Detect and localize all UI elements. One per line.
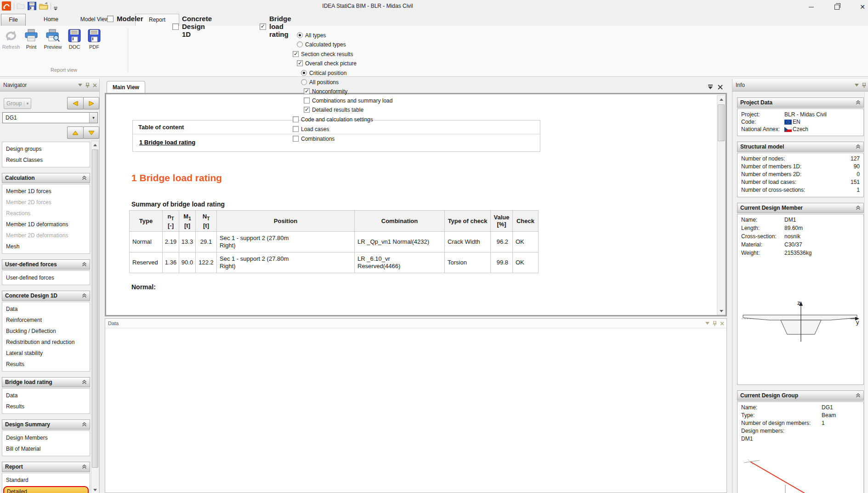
checkbox-nonconformity[interactable] [304, 88, 310, 94]
restore-button[interactable] [830, 3, 844, 11]
export-doc-button[interactable]: DOC [65, 28, 84, 61]
table-cell: 29.1 [196, 231, 217, 252]
nav-item-design-members[interactable]: Design Members [2, 432, 90, 443]
scroll-up-icon[interactable] [717, 96, 725, 103]
dock-menu-icon[interactable] [708, 84, 713, 90]
info-panel-scrollbar[interactable] [864, 92, 868, 493]
close-icon[interactable] [93, 83, 97, 87]
checkbox-combinations-and-summary-load[interactable] [304, 97, 310, 103]
panel-menu-icon[interactable] [78, 84, 82, 86]
section-header-current-design-group[interactable]: Current Design Group [737, 390, 864, 401]
collapse-chevron-icon [82, 176, 87, 180]
nav-item-data[interactable]: Data [2, 304, 90, 315]
save-icon[interactable] [28, 2, 36, 12]
nav-item-lateral-stability[interactable]: Lateral stability [2, 348, 90, 359]
checkbox[interactable] [107, 16, 113, 22]
info-value: 1 [822, 420, 825, 426]
panel-menu-icon[interactable] [855, 84, 859, 86]
nav-item-reinforcement[interactable]: Reinforcement [2, 315, 90, 326]
scroll-up-icon[interactable] [91, 141, 99, 149]
panel-menu-icon[interactable] [705, 322, 709, 325]
checkbox-detailed-results-table[interactable] [304, 107, 310, 113]
doc-icon [68, 29, 81, 43]
pin-icon[interactable] [862, 83, 866, 88]
print-button[interactable]: Print [22, 28, 40, 61]
title-bar: IDEA StatiCa BIM - BLR - Midas Civil ✕ [0, 0, 868, 13]
scrollbar-thumb[interactable] [92, 149, 98, 468]
new-document-icon[interactable] [17, 2, 25, 11]
section-header-current-design-member[interactable]: Current Design Member [737, 203, 864, 213]
next-item-button[interactable] [83, 97, 99, 109]
collapse-chevron-icon [856, 144, 861, 149]
quick-access-dropdown-icon[interactable] [53, 4, 58, 12]
pin-icon[interactable] [713, 321, 717, 326]
close-button[interactable]: ✕ [856, 3, 868, 11]
navigator-scrollbar[interactable] [91, 141, 99, 493]
nav-item-results[interactable]: Results [2, 401, 90, 412]
app-logo-icon[interactable] [2, 1, 11, 12]
close-icon[interactable] [720, 321, 724, 326]
radio-critical-position[interactable] [301, 70, 307, 76]
tab-home[interactable]: Home [33, 14, 69, 25]
group-selector-button[interactable]: Group ▼ [4, 98, 31, 109]
main-view-scrollbar[interactable] [717, 95, 726, 315]
nav-item-detailed[interactable]: Detailed [3, 486, 89, 493]
export-pdf-button[interactable]: PDF [85, 28, 104, 61]
checkbox-combinations[interactable] [293, 136, 299, 142]
checkbox-load-cases[interactable] [293, 126, 299, 132]
nav-item-member-1d-deformations[interactable]: Member 1D deformations [2, 219, 90, 230]
nav-item-user-defined-forces[interactable]: User-defined forces [2, 272, 90, 283]
nav-section-header-bridge-load-rating[interactable]: Bridge load rating [2, 377, 90, 387]
move-up-button[interactable] [67, 126, 84, 139]
info-row-design-members: Design members: [738, 428, 863, 436]
scroll-down-icon[interactable] [91, 486, 99, 493]
nav-section-header-user-defined-forces[interactable]: User-defined forces [2, 259, 90, 269]
checkbox[interactable] [260, 23, 266, 30]
nav-section-header-concrete-design-1d[interactable]: Concrete Design 1D [2, 291, 90, 301]
open-folder-icon[interactable] [39, 2, 48, 11]
pin-icon[interactable] [85, 83, 90, 88]
nav-item-bill-of-material[interactable]: Bill of Material [2, 443, 90, 454]
move-down-button[interactable] [83, 126, 99, 139]
czech-flag-icon [784, 127, 792, 132]
nav-item-data[interactable]: Data [2, 390, 90, 401]
collapse-chevron-icon [856, 393, 861, 398]
nav-item-design-groups[interactable]: Design groups [2, 143, 90, 155]
scrollbar-thumb[interactable] [718, 104, 725, 141]
minimize-button[interactable] [804, 3, 818, 11]
checkbox-section-check-results[interactable] [293, 51, 299, 57]
checkbox-code-and-calculation-settings[interactable] [293, 116, 299, 122]
nav-item-member-1d-forces[interactable]: Member 1D forces [2, 186, 90, 197]
checkbox-overall-check-picture[interactable] [297, 60, 303, 66]
nav-section-header-calculation[interactable]: Calculation [2, 173, 90, 183]
option-label: Section check results [301, 51, 353, 57]
nav-item-results[interactable]: Results [2, 359, 90, 370]
radio-all-positions[interactable] [301, 79, 307, 85]
previous-item-button[interactable] [67, 97, 84, 109]
section-header-structural-model[interactable]: Structural model [737, 142, 864, 152]
nav-section-header-design-summary[interactable]: Design Summary [2, 419, 90, 430]
radio-calculated-types[interactable] [297, 41, 303, 47]
nav-item-standard[interactable]: Standard [2, 475, 90, 486]
nav-item-buckling-deflection[interactable]: Buckling / Deflection [2, 326, 90, 337]
nav-section-title: Report [5, 464, 23, 470]
current-design-member-box: Name:DM1Length:89.60mCross-section:nosni… [737, 214, 864, 385]
nav-item-mesh[interactable]: Mesh [2, 241, 90, 252]
preview-button[interactable]: Preview [41, 28, 64, 61]
module-label: Bridge load rating [269, 15, 291, 38]
nav-item-reactions: Reactions [2, 208, 90, 219]
toc-link-bridge-load-rating[interactable]: 1 Bridge load rating [139, 139, 195, 146]
close-icon[interactable] [718, 85, 723, 90]
tab-main-view[interactable]: Main View [107, 81, 145, 94]
radio-all-types[interactable] [297, 32, 303, 38]
checkbox[interactable] [172, 23, 179, 30]
nav-item-result-classes[interactable]: Result Classes [2, 155, 90, 166]
nav-item-redistribution-and-reduction[interactable]: Redistribution and reduction [2, 337, 90, 348]
column-header-value: Value[%] [491, 211, 513, 232]
section-header-project-data[interactable]: Project Data [737, 97, 864, 108]
tab-file[interactable]: File [1, 14, 26, 26]
scroll-down-icon[interactable] [717, 307, 725, 315]
nav-section-header-report[interactable]: Report [2, 462, 90, 472]
design-group-combobox[interactable]: DG1 ▼ [2, 112, 98, 123]
panel-title: Info [736, 82, 745, 88]
